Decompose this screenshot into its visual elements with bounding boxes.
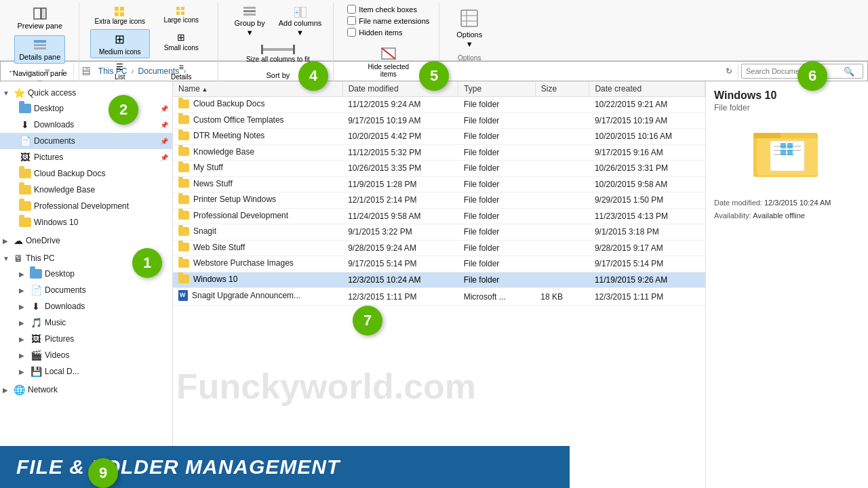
- sidebar-item-cloud-backup-docs[interactable]: Cloud Backup Docs: [0, 165, 172, 182]
- cell-name: Professional Development: [173, 208, 342, 224]
- callout-2: 2: [108, 95, 138, 125]
- cell-type: Microsoft ...: [458, 288, 536, 306]
- size-all-columns-button[interactable]: Size all columns to fit: [241, 42, 315, 66]
- file-name-extensions-toggle[interactable]: File name extensions: [344, 16, 432, 26]
- sidebar-item-knowledge-base[interactable]: Knowledge Base: [0, 182, 172, 198]
- svg-rect-12: [181, 12, 184, 15]
- refresh-button[interactable]: ↻: [723, 65, 735, 77]
- list-button[interactable]: ☰ List: [90, 60, 150, 83]
- cell-name: Web Site Stuff: [173, 240, 342, 256]
- svg-rect-8: [120, 12, 124, 16]
- sidebar-item-professional-dev[interactable]: Professional Development: [0, 198, 172, 214]
- sidebar-item-downloads[interactable]: ⬇ Downloads 📌: [0, 117, 172, 133]
- cell-date-modified: 9/17/2015 5:14 PM: [342, 256, 458, 272]
- extra-large-icons-button[interactable]: Extra large icons: [90, 4, 150, 28]
- cell-date-created: 10/20/2015 10:16 AM: [589, 129, 705, 145]
- callout-6: 6: [797, 61, 827, 91]
- pictures-pc-toggle: ▶: [19, 336, 27, 343]
- sidebar-item-documents-pc[interactable]: ▶ 📄 Documents: [0, 282, 172, 298]
- table-row[interactable]: Printer Setup Windows 12/1/2015 2:14 PM …: [173, 192, 705, 209]
- sidebar-item-music[interactable]: ▶ 🎵 Music: [0, 314, 172, 331]
- cell-type: File folder: [458, 272, 536, 288]
- cell-size: [535, 240, 589, 256]
- sidebar-item-windows-10[interactable]: Windows 10: [0, 214, 172, 230]
- sidebar-item-downloads-pc[interactable]: ▶ ⬇ Downloads: [0, 298, 172, 314]
- small-icons-button[interactable]: ⊞ Small icons: [151, 29, 211, 58]
- sidebar-item-quick-access[interactable]: ▼ ⭐ Quick access: [0, 85, 172, 100]
- add-columns-button[interactable]: + Add columns ▼: [274, 4, 327, 39]
- sidebar-item-pictures[interactable]: 🖼 Pictures 📌: [0, 149, 172, 165]
- svg-rect-24: [461, 10, 477, 26]
- cell-type: File folder: [458, 113, 536, 129]
- group-by-button[interactable]: Group by ▼: [229, 4, 269, 39]
- cell-date-modified: 9/1/2015 3:22 PM: [342, 224, 458, 241]
- folder-icon: [178, 259, 189, 268]
- medium-icons-button[interactable]: ⊞ Medium icons: [90, 29, 150, 58]
- col-header-date-created[interactable]: Date created: [589, 81, 705, 97]
- svg-rect-19: [261, 48, 295, 51]
- cell-date-created: 9/28/2015 9:17 AM: [589, 240, 705, 256]
- details-pane-button[interactable]: Details pane: [14, 35, 65, 64]
- table-row[interactable]: DTR Meeting Notes 10/20/2015 4:42 PM Fil…: [173, 129, 705, 145]
- documents-icon: 📄: [19, 135, 31, 147]
- svg-rect-35: [781, 143, 786, 148]
- cell-type: File folder: [458, 161, 536, 177]
- cell-name: News Stuff: [173, 176, 342, 192]
- sidebar-item-onedrive[interactable]: ▶ ☁ OneDrive: [0, 233, 172, 248]
- table-row[interactable]: Professional Development 11/24/2015 9:58…: [173, 208, 705, 224]
- hidden-items-input[interactable]: [347, 28, 356, 37]
- doc-icon: [178, 290, 188, 301]
- sidebar-group-quick-access: ▼ ⭐ Quick access Desktop 📌 ⬇ Downloads 📌…: [0, 84, 172, 232]
- sidebar-item-network[interactable]: ▶ 🌐 Network: [0, 382, 172, 397]
- cell-type: File folder: [458, 224, 536, 241]
- table-row[interactable]: News Stuff 11/9/2015 1:28 PM File folder…: [173, 176, 705, 192]
- hide-selected-button[interactable]: Hide selecteditems: [363, 43, 414, 81]
- sidebar-item-videos[interactable]: ▶ 🎬 Videos: [0, 347, 172, 363]
- item-checkboxes-toggle[interactable]: Item check boxes: [344, 4, 432, 14]
- table-row[interactable]: Snagit 9/1/2015 3:22 PM File folder 9/1/…: [173, 224, 705, 241]
- pictures-pin-icon: 📌: [160, 154, 168, 161]
- address-bar-controls: ↻ 🔍: [723, 64, 863, 79]
- sidebar-item-pictures-pc[interactable]: ▶ 🖼 Pictures: [0, 331, 172, 347]
- item-checkboxes-input[interactable]: [347, 5, 356, 14]
- folder-icon: [178, 195, 189, 204]
- documents-pin-icon: 📌: [160, 138, 168, 145]
- downloads-pc-toggle: ▶: [19, 303, 27, 310]
- hidden-items-toggle[interactable]: Hidden items: [344, 27, 432, 37]
- options-button[interactable]: Options ▼: [450, 4, 488, 52]
- cell-date-created: 10/26/2015 3:31 PM: [589, 161, 705, 177]
- sidebar-item-desktop[interactable]: Desktop 📌: [0, 100, 172, 117]
- col-header-size[interactable]: Size: [535, 81, 589, 97]
- svg-rect-7: [115, 12, 119, 16]
- table-row[interactable]: Windows 10 12/3/2015 10:24 AM File folde…: [173, 272, 705, 288]
- content-area: Name Date modified Type Size Date create…: [173, 81, 705, 488]
- svg-rect-10: [181, 7, 184, 10]
- current-view-bottom: Size all columns to fit: [241, 42, 315, 66]
- sidebar-item-documents[interactable]: 📄 Documents 📌: [0, 133, 172, 149]
- table-row[interactable]: Snagit Upgrade Announcem... 12/3/2015 1:…: [173, 288, 705, 306]
- sidebar-item-local-disk[interactable]: ▶ 💾 Local D...: [0, 363, 172, 380]
- table-row[interactable]: Knowledge Base 11/12/2015 5:32 PM File f…: [173, 144, 705, 161]
- cell-name: Printer Setup Windows: [173, 192, 342, 209]
- preview-pane-icon: [33, 7, 47, 20]
- table-row[interactable]: My Stuff 10/26/2015 3:35 PM File folder …: [173, 161, 705, 177]
- large-icons-button[interactable]: Large icons: [151, 4, 211, 28]
- cell-date-modified: 12/3/2015 10:24 AM: [342, 272, 458, 288]
- folder-icon: [178, 147, 189, 156]
- file-table-body: Cloud Backup Docs 11/12/2015 9:24 AM Fil…: [173, 97, 705, 306]
- file-list-scroll[interactable]: Name Date modified Type Size Date create…: [173, 81, 705, 488]
- col-header-type[interactable]: Type: [458, 81, 536, 97]
- preview-title: Windows 10: [714, 89, 776, 102]
- cell-date-created: 9/17/2015 9:16 AM: [589, 144, 705, 161]
- panes-row-1: Preview pane: [12, 4, 67, 33]
- table-row[interactable]: Cloud Backup Docs 11/12/2015 9:24 AM Fil…: [173, 97, 705, 113]
- table-row[interactable]: Web Site Stuff 9/28/2015 9:24 AM File fo…: [173, 240, 705, 256]
- preview-pane-button[interactable]: Preview pane: [12, 4, 67, 33]
- table-row[interactable]: Webstore Purchase Images 9/17/2015 5:14 …: [173, 256, 705, 272]
- cell-date-created: 12/3/2015 1:11 PM: [589, 288, 705, 306]
- table-row[interactable]: Custom Office Templates 9/17/2015 10:19 …: [173, 113, 705, 129]
- details-button[interactable]: ≡ Details: [151, 60, 211, 83]
- file-name-extensions-input[interactable]: [347, 16, 356, 25]
- videos-icon: 🎬: [30, 349, 42, 361]
- music-toggle: ▶: [19, 319, 27, 327]
